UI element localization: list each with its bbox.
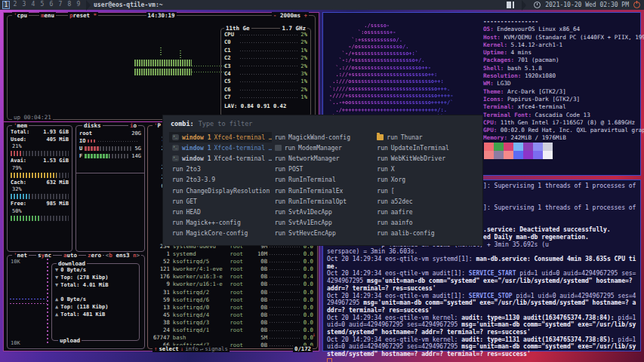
rofi-entry[interactable]: window 1Xfce4-terminal … [169, 153, 272, 164]
rofi-entry[interactable]: runMagickWand-config [272, 132, 374, 143]
net-interface-switcher[interactable]: <b ens3 n> [104, 252, 141, 259]
rofi-entry[interactable]: window 1Xfce4-terminal … [169, 143, 272, 153]
power-button-icon[interactable] [633, 2, 640, 8]
mem-box-title[interactable]: 'mem [12, 122, 29, 129]
io-toggle[interactable]: io [128, 122, 138, 129]
proc-row[interactable]: 67747bash5M0.0 [150, 334, 315, 342]
proc-row[interactable]: 9kworker/u16:1-eroot0B0.0 [150, 281, 315, 288]
rofi-entry[interactable]: runSvtAv1DecApp [272, 207, 374, 217]
proc-select-button[interactable]: select [159, 345, 178, 352]
workspace-button-4[interactable]: 4 [29, 1, 37, 9]
rofi-entry[interactable]: runRunInTerminalOpt [272, 196, 374, 207]
proc-row[interactable]: 45ksoftirqd/4root0B0.0 [150, 311, 315, 319]
menu-button[interactable]: menu [39, 12, 56, 19]
preset-button[interactable]: preset * [68, 12, 98, 19]
proc-row[interactable]: 31ksoftirqd/2root0B0.0 [150, 289, 315, 296]
proc-user: root [230, 273, 252, 281]
rofi-entry[interactable]: runNetworkManager [272, 153, 374, 164]
workspace-button-8[interactable]: 8 [66, 1, 73, 9]
rofi-entry[interactable]: runWebKitWebDriver [374, 153, 476, 164]
workspace-button-3[interactable]: 3 [20, 1, 28, 9]
proc-row[interactable]: 52ksoftirqd/5root0B0.0 [150, 258, 315, 265]
workspace-button-7[interactable]: 7 [57, 1, 64, 9]
rofi-entry[interactable]: runPOST [272, 164, 374, 175]
proc-row[interactable]: 24ksoftirqd/1root0B0.0 [150, 327, 315, 334]
workspace-button-1[interactable]: 1 [2, 1, 10, 9]
cpu-core-meter [240, 81, 298, 82]
rofi-entry[interactable]: runaafire [374, 207, 476, 217]
proc-name: systemd [170, 250, 230, 258]
cpu-box-clock: 14:30:19 [146, 12, 176, 19]
rofi-entry[interactable]: runa52dec [374, 196, 476, 207]
workspace-button-6[interactable]: 6 [48, 1, 55, 9]
rofi-entry[interactable]: runMagick++-config [169, 218, 272, 229]
proc-box-title[interactable]: 'P [153, 122, 162, 129]
layout-indicator-icon[interactable] [507, 2, 514, 8]
upload-stat-row: ▲Top: (118 Kibp) [55, 304, 136, 311]
net-auto-toggle[interactable]: auto [62, 252, 79, 259]
rofi-entry[interactable]: run[ [374, 186, 476, 196]
mem-entry-bar-fill [11, 173, 57, 178]
proc-name: bash [170, 334, 230, 342]
uptime-label: up 00:04:21 [12, 114, 53, 121]
disk-io-label: IO [79, 137, 85, 145]
rofi-entry[interactable]: runChangeDisplayResolution [169, 186, 272, 196]
cpu-box-title[interactable]: 'cpu [12, 12, 29, 19]
proc-info-button[interactable]: info [185, 345, 199, 352]
rofi-entry[interactable]: runRunInTerminalEx [272, 186, 374, 196]
endeavouros-ascii-logo: ./sssso- `:osssssss+- `:+sssssssssso/. -… [329, 23, 453, 121]
net-zero-toggle[interactable]: zero [86, 252, 103, 259]
rofi-entry[interactable]: run2to3 [169, 164, 272, 175]
rofi-entry-prefix: run [275, 166, 285, 173]
mem-entry: Avai:1.53 GiB [11, 158, 69, 165]
proc-cpu-percent: 0.0 [304, 311, 315, 319]
rofi-entry[interactable]: runThunar [374, 132, 476, 143]
rofi-entry-label: Thunar [401, 134, 423, 141]
proc-row[interactable]: 13ksoftirqd/0root0B0.0 [150, 304, 315, 311]
proc-row[interactable]: 1systemdroot10M0.0 [150, 250, 315, 258]
cpu-usage-graph [134, 55, 225, 81]
rofi-entry[interactable]: runHEAD [169, 207, 272, 217]
proc-scroll-down-icon[interactable]: ↓ [312, 331, 316, 338]
rofi-entry[interactable]: run2to3-3.9 [169, 175, 272, 186]
rofi-filter-input[interactable]: combi: Type to filter [163, 115, 482, 130]
proc-cpu-percent: 0.0 [304, 258, 315, 265]
rofi-entry-label: HEAD [186, 209, 200, 216]
rofi-entry[interactable]: runRunInTerminal [272, 175, 374, 186]
rofi-entry[interactable]: runMagickCore-config [169, 229, 272, 239]
disks-box-title[interactable]: disks [82, 122, 103, 129]
update-interval-control[interactable]: - 2000ms + [272, 12, 309, 19]
proc-row[interactable]: 121kworker/4:1-everoot0B0.0 [150, 265, 315, 273]
rofi-entry[interactable]: runaainfo [374, 218, 476, 229]
workspace-button-2[interactable]: 2 [11, 1, 19, 9]
net-sync-toggle[interactable]: sync [36, 252, 53, 259]
proc-user: root [230, 342, 252, 349]
rofi-entry[interactable]: runSvtAv1EncApp [272, 218, 374, 229]
rofi-entry[interactable]: runModemManager [272, 143, 374, 153]
proc-pid: 121 [150, 265, 170, 273]
enter-key-icon: ↵ [200, 345, 203, 352]
workspace-button-5[interactable]: 5 [39, 1, 46, 9]
net-box-title[interactable]: 'net [12, 252, 29, 259]
download-label: download [57, 260, 87, 267]
rofi-entry[interactable]: runUpdateInTerminal [374, 143, 476, 153]
rofi-entry[interactable]: window 1Xfce4-terminal … [169, 132, 272, 143]
rofi-entry[interactable]: runaalib-config [374, 229, 476, 239]
mem-entry-bar-fill [11, 216, 40, 221]
mem-entry-bar [11, 173, 69, 178]
proc-signals-button[interactable]: signals [205, 345, 228, 352]
neofetch-info-value: bash 5.1.8 [507, 65, 542, 72]
neofetch-info-label: Shell: [483, 65, 507, 72]
neofetch-info-list: ----------------OS: EndeavourOS Linux x8… [483, 18, 644, 143]
proc-row[interactable]: 38ksoftirqd/3root0B0.0 [150, 319, 315, 327]
modem-icon [275, 145, 282, 151]
rofi-entry[interactable]: runSvtHevcEncApp [272, 229, 374, 239]
rofi-entry[interactable]: runXorg [374, 175, 476, 186]
proc-row[interactable]: 176kworker/u16:3-eroot0B0.4 [150, 273, 315, 281]
rofi-entry[interactable]: runX [374, 164, 476, 175]
rofi-entry[interactable]: runGET [169, 196, 272, 207]
proc-row[interactable]: 59ksoftirqd/6root0B0.0 [150, 296, 315, 304]
workspace-button-9[interactable]: 9 [75, 1, 82, 9]
rofi-entry-label: RunInTerminalOpt [288, 198, 347, 205]
proc-cpu-percent: 0.0 [304, 289, 315, 296]
